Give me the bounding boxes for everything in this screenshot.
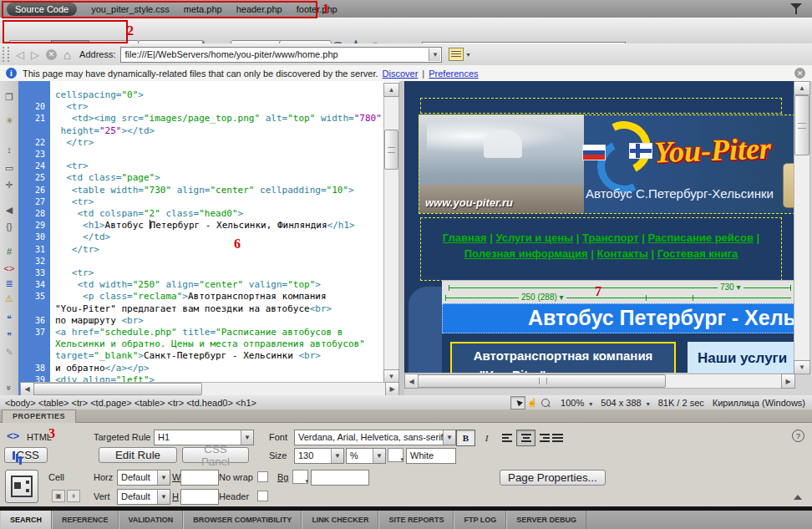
code-line[interactable]: 32 bbox=[18, 256, 394, 267]
nav-link[interactable]: Главная bbox=[443, 231, 487, 244]
related-file-tab[interactable]: footer.php bbox=[297, 4, 337, 14]
bg-color-swatch[interactable] bbox=[292, 470, 308, 484]
font-color-swatch[interactable] bbox=[388, 448, 403, 462]
vert-select[interactable]: Default▼ bbox=[117, 489, 170, 505]
forward-icon[interactable]: ▷ bbox=[31, 48, 39, 61]
code-line[interactable]: target="_blank">Санкт-Петербург - Хельси… bbox=[18, 350, 394, 362]
design-hscrollbar-thumb[interactable] bbox=[418, 374, 666, 388]
align-justify-icon[interactable] bbox=[550, 430, 569, 446]
html-mode-label[interactable]: HTML bbox=[27, 432, 52, 442]
more-options-icon[interactable]: » bbox=[4, 379, 14, 397]
css-mode-button[interactable]: CSS bbox=[4, 447, 48, 463]
design-scroll-down-icon[interactable]: ▼ bbox=[794, 360, 810, 374]
nav-link[interactable]: Транспорт bbox=[582, 231, 639, 244]
code-line[interactable]: 33 <tr> bbox=[18, 267, 394, 279]
nav-link[interactable]: Расписание рейсов bbox=[648, 231, 754, 244]
column-width-250-menu[interactable]: 250 (288) ▾ bbox=[519, 292, 566, 302]
nav-link[interactable]: Полезная информация bbox=[464, 247, 588, 260]
code-line[interactable]: 28 <td colspan="2" class="head0"> bbox=[18, 208, 394, 220]
tag-selector-item[interactable]: <table> bbox=[36, 398, 69, 408]
tag-selector[interactable]: <body> <table> <tr> <td.page> <table> <t… bbox=[5, 398, 256, 408]
split-cell-icon[interactable]: ǂ bbox=[67, 490, 80, 502]
expand-all-icon[interactable]: ✛ bbox=[0, 180, 18, 191]
code-line[interactable]: 37<a href="schedule.php" title="Расписан… bbox=[18, 327, 394, 338]
related-file-tab[interactable]: meta.php bbox=[184, 4, 222, 14]
code-scroll-up-icon[interactable]: ▲ bbox=[383, 83, 399, 97]
reclama-box[interactable]: Автотранспортная компания "You-Piter" пр… bbox=[450, 342, 676, 373]
design-scroll-right-icon[interactable]: ▶ bbox=[781, 374, 795, 389]
size-unit-select[interactable]: %▼ bbox=[346, 448, 386, 464]
code-line[interactable]: 26 <table width="730" align="center" cel… bbox=[18, 185, 394, 196]
code-hscrollbar-thumb[interactable] bbox=[33, 383, 202, 395]
font-select[interactable]: Verdana, Arial, Helvetica, sans-serif▼ bbox=[294, 430, 456, 445]
syntax-error-alerts-icon[interactable]: <> bbox=[0, 263, 18, 273]
back-icon[interactable]: ◁ bbox=[16, 48, 24, 61]
results-tab-link-checker[interactable]: LINK CHECKER bbox=[302, 511, 378, 529]
font-color-input[interactable]: White bbox=[406, 448, 456, 464]
stop-icon[interactable]: ✕ bbox=[46, 49, 57, 60]
open-documents-icon[interactable]: ❐ bbox=[0, 92, 18, 103]
close-info-bar-icon[interactable]: ✕ bbox=[794, 68, 805, 79]
column-width-bar-250[interactable] bbox=[445, 298, 791, 298]
nav-link[interactable]: Контакты bbox=[597, 247, 648, 260]
header-checkbox[interactable] bbox=[257, 491, 268, 501]
highlight-invalid-code-icon[interactable]: ⚠ bbox=[0, 293, 18, 304]
tag-selector-item[interactable]: <table> bbox=[132, 398, 165, 408]
address-dropdown-icon[interactable]: ▼ bbox=[429, 48, 440, 61]
edit-rule-button[interactable]: Edit Rule bbox=[99, 447, 177, 463]
html-mode-icon[interactable]: <> bbox=[7, 430, 19, 442]
bg-color-input[interactable] bbox=[311, 470, 369, 486]
tag-selector-item[interactable]: <tr> bbox=[69, 398, 88, 408]
code-line[interactable]: "You-Piter" предлагает вам поездки на ав… bbox=[18, 303, 394, 315]
auto-indent-icon[interactable]: ≣ bbox=[0, 278, 18, 289]
tag-selector-item[interactable]: <tr> bbox=[165, 398, 184, 408]
page-properties-button[interactable]: Page Properties... bbox=[500, 470, 606, 486]
nav-link[interactable]: Гостевая книга bbox=[657, 247, 738, 260]
code-line[interactable]: 35 <p class="reclama">Автотранспортная к… bbox=[18, 291, 394, 303]
code-line[interactable]: 24 <tr> bbox=[18, 160, 394, 172]
remove-comment-icon[interactable]: ❞ bbox=[0, 331, 18, 342]
code-line[interactable]: 30 </td> bbox=[18, 231, 394, 243]
results-tab-browser-compatibility[interactable]: BROWSER COMPATIBILITY bbox=[183, 511, 302, 529]
code-line[interactable]: 29 <h1>Автобус Петербург - Хельсинки, Фи… bbox=[18, 220, 394, 231]
apply-comment-icon[interactable]: ❝ bbox=[0, 313, 18, 324]
w-input[interactable] bbox=[180, 470, 219, 486]
code-scroll-right-icon[interactable]: ▶ bbox=[385, 382, 399, 395]
format-source-code-icon[interactable]: ✎ bbox=[0, 347, 18, 358]
view-options-icon[interactable] bbox=[449, 48, 464, 61]
code-line[interactable]: 36по маршруту <br> bbox=[18, 315, 394, 327]
results-tab-server-debug[interactable]: SERVER DEBUG bbox=[506, 511, 586, 529]
horz-select[interactable]: Default▼ bbox=[117, 470, 170, 486]
code-view[interactable]: cellspacing="0">20 <tr>21 <td><img src="… bbox=[18, 81, 399, 395]
preferences-link[interactable]: Preferences bbox=[429, 69, 478, 79]
code-line[interactable]: 31 </tr> bbox=[18, 244, 394, 256]
code-vertical-scrollbar[interactable] bbox=[383, 83, 399, 384]
tag-selector-item[interactable]: <td.page> bbox=[88, 398, 132, 408]
italic-button[interactable]: I bbox=[477, 430, 496, 446]
results-tab-search[interactable]: SEARCH bbox=[0, 511, 52, 529]
related-file-tab[interactable]: you_piter_style.css bbox=[91, 4, 170, 14]
code-line[interactable]: 21 <td><img src="images/page_top.png" al… bbox=[18, 113, 394, 125]
code-line[interactable]: Хельсинки и обратно. Цены и места отправ… bbox=[18, 338, 394, 350]
code-line[interactable]: 34 <td width="250" align="center" valign… bbox=[18, 279, 394, 291]
results-tab-validation[interactable]: VALIDATION bbox=[119, 511, 184, 529]
tag-selector-item[interactable]: <h1> bbox=[233, 398, 256, 408]
design-view[interactable]: You-Piter Автобус С.Петербург-Хельсинки … bbox=[404, 81, 812, 395]
code-scroll-left-icon[interactable]: ◀ bbox=[20, 382, 34, 395]
code-line[interactable]: 38и обратно</a></p> bbox=[18, 363, 394, 374]
no-wrap-checkbox[interactable] bbox=[257, 471, 268, 482]
site-navigation-menu[interactable]: Главная | Услуги и цены | Транспорт | Ра… bbox=[420, 217, 782, 281]
merge-cells-icon[interactable]: ▣ bbox=[52, 490, 65, 502]
magnification-select[interactable]: 100% ▾ bbox=[561, 398, 592, 408]
collapse-panel-icon[interactable] bbox=[794, 495, 802, 500]
window-size-select[interactable]: 504 x 388 ▾ bbox=[601, 398, 649, 408]
services-box[interactable]: Наши услуги bbox=[688, 342, 794, 373]
zoom-tool-icon[interactable] bbox=[539, 397, 552, 409]
code-line[interactable]: cellspacing="0"> bbox=[18, 89, 394, 101]
home-icon[interactable]: ⌂ bbox=[63, 48, 71, 62]
address-input[interactable]: file:///E|/WebServers/home/you-piter/www… bbox=[120, 47, 442, 63]
select-tool-icon[interactable]: ▶ bbox=[510, 396, 525, 409]
collapse-full-tag-icon[interactable]: ↕ bbox=[0, 145, 18, 155]
hand-tool-icon[interactable]: ☝ bbox=[525, 397, 539, 409]
code-scrollbar-thumb[interactable] bbox=[384, 130, 398, 170]
